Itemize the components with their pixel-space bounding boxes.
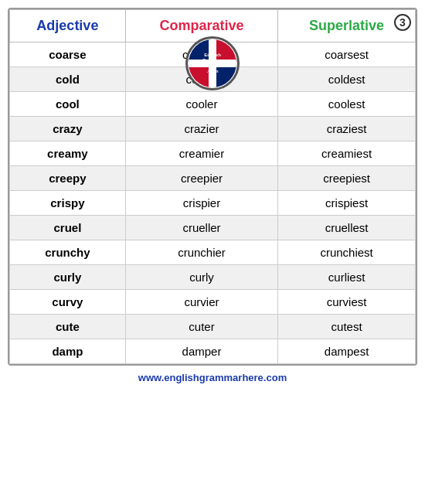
- table-row: crazycraziercraziest: [10, 117, 416, 141]
- cell-comparative: coarser: [125, 43, 277, 67]
- table-row: coarsecoarsercoarsest: [10, 43, 416, 67]
- adjective-table: 3 EnglishGrammarHere.Com Adjective Compa…: [8, 8, 417, 366]
- cell-superlative: crispiest: [278, 191, 416, 216]
- table-row: creamycreamiercreamiest: [10, 141, 416, 166]
- table-row: curvycurviercurviest: [10, 290, 416, 315]
- cell-adjective: crispy: [10, 191, 126, 216]
- header-comparative: Comparative: [125, 10, 277, 43]
- table-row: coolcoolercoolest: [10, 92, 416, 117]
- cell-adjective: creepy: [10, 166, 126, 191]
- cell-comparative: curly: [125, 265, 277, 290]
- cell-superlative: cutest: [278, 315, 416, 339]
- table-row: crispycrispiercrispiest: [10, 191, 416, 216]
- cell-superlative: coarsest: [278, 43, 416, 67]
- header-adjective: Adjective: [10, 10, 126, 43]
- cell-superlative: craziest: [278, 117, 416, 141]
- cell-superlative: curliest: [278, 265, 416, 290]
- cell-comparative: curvier: [125, 290, 277, 315]
- table-row: curlycurlycurliest: [10, 265, 416, 290]
- footer-url: www.englishgrammarhere.com: [138, 372, 287, 383]
- table-header-row: Adjective Comparative Superlative: [10, 10, 416, 43]
- cell-adjective: crazy: [10, 117, 126, 141]
- table-row: cruelcruellercruellest: [10, 216, 416, 240]
- cell-adjective: damp: [10, 339, 126, 364]
- cell-adjective: curly: [10, 265, 126, 290]
- cell-adjective: creamy: [10, 141, 126, 166]
- cell-adjective: cute: [10, 315, 126, 339]
- table-row: creepycreepiercreepiest: [10, 166, 416, 191]
- cell-adjective: cold: [10, 67, 126, 92]
- cell-comparative: creepier: [125, 166, 277, 191]
- cell-comparative: creamier: [125, 141, 277, 166]
- table-row: crunchycrunchiercrunchiest: [10, 240, 416, 265]
- cell-superlative: cruellest: [278, 216, 416, 240]
- cell-adjective: coarse: [10, 43, 126, 67]
- cell-comparative: cooler: [125, 92, 277, 117]
- cell-adjective: cool: [10, 92, 126, 117]
- table-row: cutecutercutest: [10, 315, 416, 339]
- badge: 3: [394, 14, 411, 31]
- cell-comparative: cuter: [125, 315, 277, 339]
- cell-adjective: curvy: [10, 290, 126, 315]
- table-row: dampdamperdampest: [10, 339, 416, 364]
- cell-superlative: crunchiest: [278, 240, 416, 265]
- cell-comparative: crunchier: [125, 240, 277, 265]
- cell-adjective: crunchy: [10, 240, 126, 265]
- cell-comparative: crispier: [125, 191, 277, 216]
- cell-superlative: curviest: [278, 290, 416, 315]
- cell-superlative: creamiest: [278, 141, 416, 166]
- cell-comparative: damper: [125, 339, 277, 364]
- table-row: coldcoldercoldest: [10, 67, 416, 92]
- cell-adjective: cruel: [10, 216, 126, 240]
- cell-comparative: crueller: [125, 216, 277, 240]
- cell-comparative: colder: [125, 67, 277, 92]
- cell-superlative: creepiest: [278, 166, 416, 191]
- cell-comparative: crazier: [125, 117, 277, 141]
- cell-superlative: dampest: [278, 339, 416, 364]
- cell-superlative: coldest: [278, 67, 416, 92]
- cell-superlative: coolest: [278, 92, 416, 117]
